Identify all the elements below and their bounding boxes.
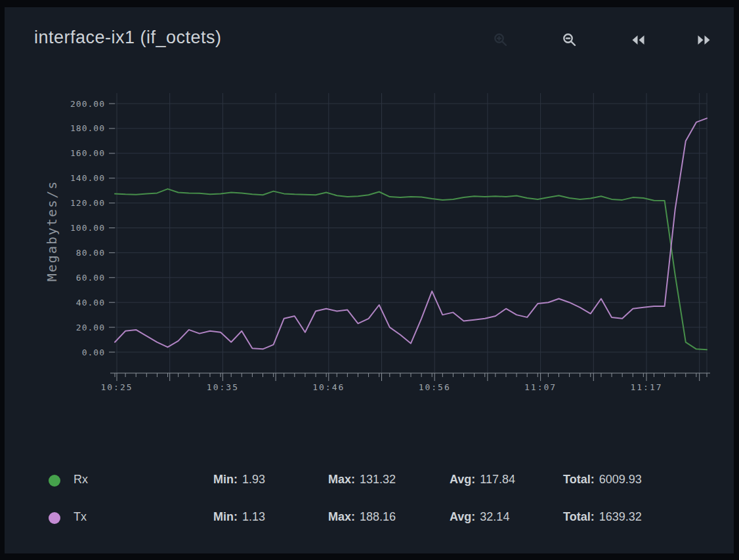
legend-row-tx: Tx Min:1.13 Max:188.16 Avg:32.14 Total:1…	[0, 510, 739, 527]
tx-min-stat: Min:1.13	[213, 510, 265, 524]
svg-text:20.00: 20.00	[76, 323, 105, 332]
rx-series-label: Rx	[74, 473, 88, 487]
rx-avg-stat: Avg:117.84	[450, 473, 515, 487]
legend-row-rx: Rx Min:1.93 Max:131.32 Avg:117.84 Total:…	[0, 473, 739, 490]
svg-text:180.00: 180.00	[70, 123, 105, 133]
svg-text:10:35: 10:35	[207, 382, 239, 392]
zoom-out-button[interactable]	[560, 30, 580, 50]
svg-text:120.00: 120.00	[70, 198, 105, 208]
svg-text:11:17: 11:17	[630, 382, 662, 392]
svg-text:60.00: 60.00	[76, 273, 105, 283]
svg-text:Megabytes/s: Megabytes/s	[44, 180, 60, 281]
tx-max-stat: Max:188.16	[328, 510, 396, 524]
tx-avg-stat: Avg:32.14	[450, 510, 509, 524]
svg-text:200.00: 200.00	[70, 99, 105, 109]
fast-forward-icon	[696, 34, 712, 46]
rewind-icon	[630, 34, 646, 46]
pan-forward-button[interactable]	[694, 30, 714, 50]
svg-text:10:25: 10:25	[100, 382, 133, 392]
zoom-in-button[interactable]	[491, 30, 511, 50]
svg-text:80.00: 80.00	[76, 248, 105, 258]
tx-series-dot-icon	[49, 512, 60, 524]
tx-total-stat: Total:1639.32	[563, 510, 642, 524]
rx-total-stat: Total:6009.93	[563, 473, 642, 487]
svg-text:100.00: 100.00	[70, 223, 105, 233]
svg-text:0.00: 0.00	[82, 348, 105, 357]
tx-series-label: Tx	[74, 510, 87, 524]
magnifier-minus-icon	[562, 32, 578, 48]
svg-text:40.00: 40.00	[76, 298, 105, 308]
rx-max-stat: Max:131.32	[328, 473, 396, 487]
svg-text:160.00: 160.00	[70, 148, 105, 158]
svg-text:140.00: 140.00	[70, 173, 105, 183]
svg-text:10:56: 10:56	[419, 382, 451, 392]
svg-text:11:07: 11:07	[524, 382, 557, 392]
magnifier-plus-icon	[493, 32, 509, 48]
page-title: interface-ix1 (if_octets)	[34, 28, 222, 48]
rx-min-stat: Min:1.93	[213, 473, 265, 487]
svg-text:10:46: 10:46	[312, 382, 345, 392]
rx-series-dot-icon	[49, 475, 60, 487]
pan-back-button[interactable]	[628, 30, 648, 50]
